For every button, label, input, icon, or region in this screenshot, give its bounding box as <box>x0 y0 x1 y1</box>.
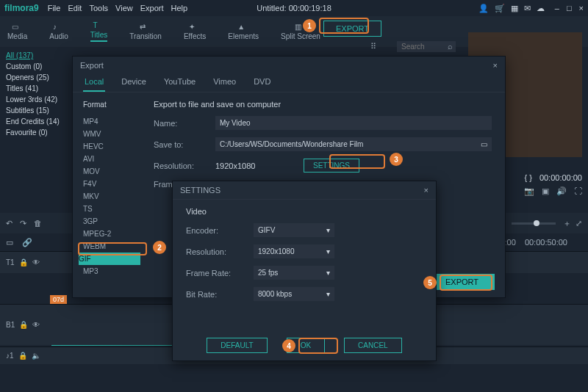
close-icon[interactable]: × <box>424 186 429 195</box>
export-button-top[interactable]: EXPORT <box>323 21 381 37</box>
document-title: Untitled: 00:00:19:18 <box>257 4 331 12</box>
zoom-in-icon[interactable]: ＋ <box>563 218 571 229</box>
sidebar-item[interactable]: Lower 3rds (42) <box>6 94 62 105</box>
bracket-left-icon[interactable]: { } <box>524 173 531 182</box>
zoom-slider[interactable] <box>512 222 556 225</box>
search-input[interactable] <box>397 41 456 52</box>
track-head-b1: B1🔒👁 <box>6 321 40 329</box>
undo-icon[interactable]: ↶ <box>6 219 12 228</box>
sidebar-item-all[interactable]: All (137) <box>6 50 62 61</box>
delete-icon[interactable]: 🗑 <box>34 219 42 228</box>
clip-start-label: 07d <box>50 295 67 304</box>
format-item-gif[interactable]: GIF <box>79 253 140 265</box>
format-item[interactable]: 3GP <box>83 215 140 228</box>
mail-icon[interactable]: ✉ <box>524 4 531 13</box>
saveto-input[interactable]: C:/Users/WS/Documents/Wondershare Film▭ <box>215 137 492 151</box>
close-icon[interactable]: × <box>493 61 498 70</box>
s-res-select[interactable]: 1920x1080▾ <box>254 244 334 258</box>
cancel-button[interactable]: CANCEL <box>344 338 402 353</box>
s-res-label: Resolution: <box>186 247 254 256</box>
format-header: Format <box>83 98 140 111</box>
search-area: ⠿ ⌕ <box>370 41 456 52</box>
format-item[interactable]: WEBM <box>83 240 140 253</box>
export-dialog-tabs: Local Device YouTube Vimeo DVD <box>73 74 505 92</box>
export-tab-vimeo[interactable]: Vimeo <box>212 74 237 92</box>
close-icon[interactable]: × <box>579 4 584 12</box>
sidebar-item[interactable]: Titles (41) <box>6 83 62 94</box>
fullscreen-icon[interactable]: ⛶ <box>574 186 582 196</box>
tab-elements[interactable]: ▲Elements <box>228 23 259 40</box>
tab-media[interactable]: ▭Media <box>7 23 27 40</box>
format-item[interactable]: AVI <box>83 153 140 165</box>
snapshot-icon[interactable]: 📷 <box>524 186 534 196</box>
tab-transition[interactable]: ⇄Transition <box>129 23 162 40</box>
grid-view-icon[interactable]: ⠿ <box>370 42 376 51</box>
mark-icon[interactable]: ▣ <box>542 186 549 196</box>
format-item[interactable]: MP4 <box>83 115 140 128</box>
export-tab-device[interactable]: Device <box>120 74 148 92</box>
default-button[interactable]: DEFAULT <box>207 338 267 353</box>
settings-dialog: SETTINGS × Video Encoder:GIFV▾ Resolutio… <box>172 181 437 361</box>
name-input[interactable] <box>215 116 492 130</box>
track-head-t1: T1🔒👁 <box>6 258 40 266</box>
user-icon[interactable]: 👤 <box>478 4 489 13</box>
note-icon: ♪ <box>53 23 65 32</box>
format-item[interactable]: MKV <box>83 190 140 203</box>
s-br-select[interactable]: 8000 kbps▾ <box>254 287 334 301</box>
mute-icon[interactable]: 🔈 <box>32 352 40 360</box>
volume-icon[interactable]: 🔊 <box>556 186 567 196</box>
window-controls: – □ × <box>555 4 584 12</box>
export-tab-local[interactable]: Local <box>83 74 105 92</box>
tab-audio[interactable]: ♪Audio <box>49 23 68 40</box>
cart-icon[interactable]: 🛒 <box>495 4 505 13</box>
folder-icon[interactable]: ▭ <box>481 140 487 148</box>
zoom-fit-icon[interactable]: ⤢ <box>576 219 582 228</box>
menu-help[interactable]: Help <box>171 4 188 12</box>
sidebar-item[interactable]: Favourite (0) <box>6 127 62 138</box>
export-confirm-button[interactable]: EXPORT <box>429 274 495 290</box>
titles-sidebar: All (137) Custom (0) Openers (25) Titles… <box>0 47 68 194</box>
timeline-link-icon[interactable]: 🔗 <box>22 238 32 247</box>
format-item[interactable]: MPEG-2 <box>83 228 140 240</box>
menu-file[interactable]: File <box>48 4 61 12</box>
lock-icon[interactable]: 🔒 <box>19 258 28 266</box>
titlebar: filmora9 File Edit Tools View Export Hel… <box>0 0 588 16</box>
s-fr-select[interactable]: 25 fps▾ <box>254 266 334 280</box>
redo-icon[interactable]: ↷ <box>20 219 26 228</box>
sidebar-item[interactable]: Openers (25) <box>6 72 62 83</box>
export-tab-dvd[interactable]: DVD <box>252 74 272 92</box>
tab-effects[interactable]: ✦Effects <box>184 23 206 40</box>
eye-icon[interactable]: 👁 <box>32 258 40 266</box>
format-item[interactable]: TS <box>83 203 140 215</box>
format-item[interactable]: MOV <box>83 165 140 178</box>
annotation-bubble-1: 1 <box>303 19 316 32</box>
minimize-icon[interactable]: – <box>555 4 559 12</box>
format-item[interactable]: MP3 <box>83 265 140 277</box>
sidebar-item[interactable]: Subtitles (15) <box>6 105 62 116</box>
sidebar-item[interactable]: Custom (0) <box>6 61 62 72</box>
cloud-icon[interactable]: ☁ <box>537 4 545 13</box>
lock-icon[interactable]: 🔒 <box>18 352 27 360</box>
library-icon[interactable]: ▦ <box>511 4 518 13</box>
menu-tools[interactable]: Tools <box>89 4 108 12</box>
elements-icon: ▲ <box>237 23 249 32</box>
maximize-icon[interactable]: □ <box>567 4 572 12</box>
tab-titles[interactable]: TTitles <box>90 21 108 42</box>
search-icon[interactable]: ⌕ <box>448 42 453 51</box>
sidebar-item[interactable]: End Credits (14) <box>6 116 62 127</box>
export-tab-youtube[interactable]: YouTube <box>162 74 197 92</box>
format-item[interactable]: F4V <box>83 178 140 190</box>
folder-icon: ▭ <box>12 23 24 32</box>
lock-icon[interactable]: 🔒 <box>19 321 28 329</box>
format-item[interactable]: WMV <box>83 128 140 140</box>
eye-icon[interactable]: 👁 <box>32 321 40 329</box>
format-item[interactable]: HEVC <box>83 140 140 153</box>
export-form-header: Export to file and save on computer <box>154 100 492 109</box>
encoder-select[interactable]: GIFV▾ <box>254 223 334 237</box>
settings-button[interactable]: SETTINGS <box>304 159 359 173</box>
menu-view[interactable]: View <box>115 4 133 12</box>
chevron-down-icon: ▾ <box>326 247 330 255</box>
menu-edit[interactable]: Edit <box>68 4 82 12</box>
menu-export[interactable]: Export <box>140 4 164 12</box>
timeline-paste-icon[interactable]: ▭ <box>6 238 13 247</box>
